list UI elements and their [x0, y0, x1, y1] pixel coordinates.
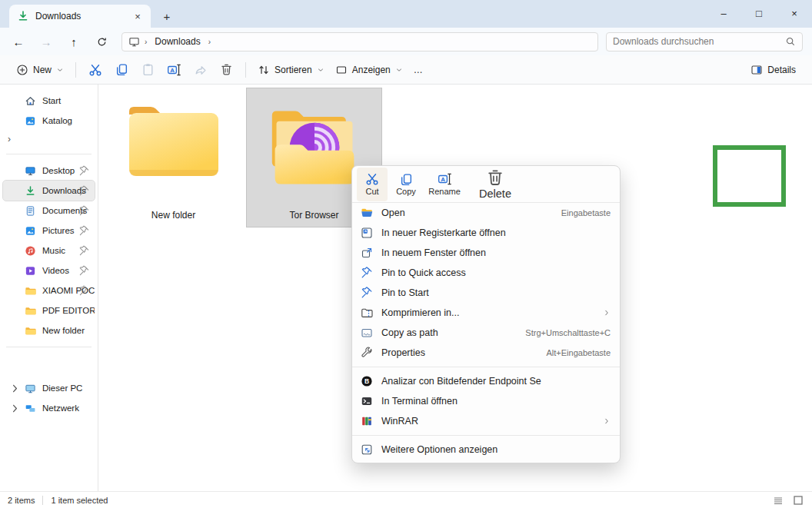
- tab-close-icon[interactable]: ×: [131, 9, 145, 23]
- pin-icon: [360, 267, 373, 279]
- tab-downloads[interactable]: Downloads ×: [9, 5, 151, 28]
- sidebar-item-downloads[interactable]: Downloads: [3, 181, 95, 201]
- view-button[interactable]: Anzeigen: [330, 60, 408, 80]
- rename-icon: A: [167, 63, 181, 77]
- maximize-button[interactable]: □: [741, 0, 777, 26]
- menu-item-winrar[interactable]: WinRAR: [352, 411, 620, 431]
- view-button-label: Anzeigen: [352, 65, 391, 75]
- new-tab-button[interactable]: +: [157, 6, 177, 26]
- menu-item-weitere-optionen-anzeigen[interactable]: Weitere Optionen anzeigen: [352, 440, 620, 460]
- chevron-right-icon[interactable]: [9, 383, 21, 394]
- sidebar-item-desktop[interactable]: Desktop: [3, 161, 95, 181]
- new-tab-icon: [360, 227, 373, 239]
- sidebar-item-documents[interactable]: Documents: [3, 201, 95, 221]
- breadcrumb-item-downloads[interactable]: Downloads: [151, 35, 203, 48]
- menu-item-pin-to-start[interactable]: Pin to Start: [352, 283, 620, 303]
- delete-button[interactable]: [213, 59, 239, 81]
- cut-quick-action[interactable]: Cut: [357, 168, 388, 201]
- sidebar-item-katalog[interactable]: Katalog: [3, 111, 95, 131]
- close-button[interactable]: ×: [777, 0, 812, 26]
- title-bar: Downloads × + – □ ×: [0, 0, 812, 28]
- more-options-icon: [360, 443, 373, 456]
- sort-button[interactable]: Sortieren: [252, 60, 330, 80]
- menu-item-komprimieren-in[interactable]: Komprimieren in...: [352, 303, 620, 323]
- search-box[interactable]: [606, 32, 803, 51]
- details-button-label: Details: [767, 65, 796, 75]
- sidebar-item-netzwerk[interactable]: Netzwerk: [3, 398, 95, 418]
- chevron-right-icon: [603, 417, 611, 425]
- menu-item-copy-as-path[interactable]: Copy as pathStrg+Umschalttaste+C: [352, 323, 620, 343]
- new-button[interactable]: New: [11, 60, 69, 80]
- sort-button-label: Sortieren: [275, 65, 312, 75]
- menu-item-label: Analizar con Bitdefender Endpoint Se: [381, 376, 541, 387]
- chevron-right-icon: [603, 309, 611, 317]
- sidebar-item-new-folder[interactable]: New folder: [3, 320, 95, 340]
- rename-button[interactable]: A: [161, 59, 187, 81]
- sidebar-divider: [6, 347, 92, 347]
- more-button[interactable]: …: [408, 61, 428, 79]
- file-list-area[interactable]: New folderTor Browser CutCopyARenameDele…: [98, 85, 812, 491]
- quick-action-label: Copy: [396, 187, 416, 196]
- pin-icon: [360, 287, 373, 299]
- view-monitor-icon: [335, 64, 348, 76]
- copy-quick-action[interactable]: Copy: [388, 168, 424, 201]
- menu-item-in-terminal-ffnen[interactable]: In Terminal öffnen: [352, 391, 620, 411]
- share-button[interactable]: [187, 59, 213, 81]
- details-pane-icon: [750, 64, 763, 76]
- music-icon: [25, 245, 36, 257]
- command-toolbar: New A Sortieren Anzeigen … Details: [0, 55, 812, 85]
- download-icon: [25, 185, 36, 197]
- pin-gray-icon: [78, 185, 90, 197]
- sidebar-item-music[interactable]: Music: [3, 241, 95, 261]
- copy-icon: [400, 173, 413, 186]
- rename-quick-action[interactable]: ARename: [424, 168, 464, 201]
- folder-icon: [25, 285, 36, 297]
- sidebar: StartKatalog › DesktopDownloadsDocuments…: [0, 85, 98, 491]
- up-button[interactable]: ↑: [62, 31, 86, 52]
- tab-title: Downloads: [35, 11, 131, 22]
- copy-button[interactable]: [108, 59, 135, 81]
- sidebar-item-videos[interactable]: Videos: [3, 261, 95, 281]
- folder-icon: [25, 305, 36, 317]
- copy-path-icon: [360, 327, 373, 339]
- sidebar-item-dieser-pc[interactable]: Dieser PC: [3, 378, 95, 398]
- minimize-button[interactable]: –: [706, 0, 741, 26]
- address-bar[interactable]: › Downloads ›: [121, 32, 598, 51]
- folder-tor-icon: [263, 102, 366, 193]
- sidebar-item-xiaomi-poco-f[interactable]: XIAOMI POCO F: [3, 281, 95, 300]
- menu-item-in-neuer-registerkarte-ffnen[interactable]: In neuer Registerkarte öffnen: [352, 223, 620, 243]
- menu-item-label: In neuem Fenster öffnen: [381, 247, 486, 258]
- delete-quick-action[interactable]: Delete: [464, 168, 526, 201]
- cut-button[interactable]: [82, 59, 108, 81]
- sidebar-item-start[interactable]: Start: [3, 91, 95, 111]
- quick-action-label: Rename: [428, 187, 461, 196]
- menu-item-pin-to-quick-access[interactable]: Pin to Quick access: [352, 263, 620, 283]
- sidebar-item-pdf-editor[interactable]: PDF EDITOR: [3, 300, 95, 320]
- menu-item-in-neuem-fenster-ffnen[interactable]: In neuem Fenster öffnen: [352, 243, 620, 263]
- menu-item-analizar-con-bitdefender-endpoint-se[interactable]: BAnalizar con Bitdefender Endpoint Se: [352, 371, 620, 391]
- file-tile-new-folder[interactable]: New folder: [106, 88, 241, 227]
- menu-divider: [352, 435, 620, 436]
- toolbar-separator: [75, 62, 76, 78]
- menu-item-properties[interactable]: PropertiesAlt+Eingabetaste: [352, 343, 620, 363]
- paste-button[interactable]: [135, 59, 161, 81]
- list-view-icon[interactable]: [772, 494, 784, 506]
- back-button[interactable]: ←: [6, 31, 31, 52]
- chevron-right-icon: ›: [208, 38, 211, 46]
- file-explorer-window: Downloads × + – □ × ← → ↑ › Downloads › …: [0, 0, 812, 508]
- menu-item-label: Copy as path: [381, 327, 438, 338]
- sidebar-item-label: Start: [42, 96, 95, 105]
- bitdefender-icon: B: [360, 375, 373, 387]
- large-icons-view-icon[interactable]: [792, 494, 804, 506]
- menu-item-open[interactable]: OpenEingabetaste: [352, 203, 620, 223]
- search-input[interactable]: [613, 36, 785, 47]
- chevron-right-icon[interactable]: [9, 403, 21, 414]
- details-button[interactable]: Details: [745, 60, 801, 80]
- file-name: New folder: [151, 210, 195, 221]
- refresh-button[interactable]: [89, 31, 114, 52]
- forward-button[interactable]: →: [34, 31, 58, 52]
- sidebar-expand-chevron[interactable]: ›: [0, 131, 98, 148]
- context-menu-quick-actions: CutCopyARenameDelete: [352, 166, 620, 203]
- sidebar-item-pictures[interactable]: Pictures: [3, 221, 95, 241]
- new-window-icon: [360, 247, 373, 259]
